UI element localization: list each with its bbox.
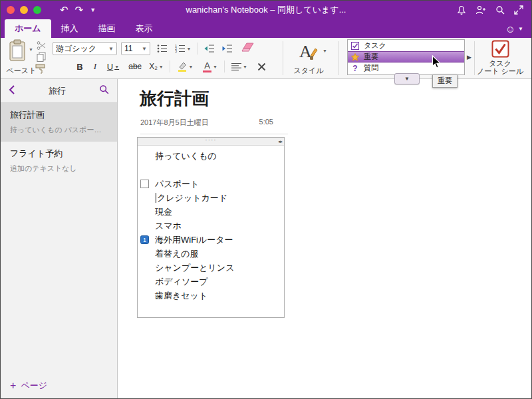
note-item-row[interactable]: ボディソープ [138, 275, 284, 289]
tab-home[interactable]: ホーム [5, 19, 51, 38]
font-size-select[interactable]: 11 ▼ [121, 42, 150, 55]
resize-arrows-icon[interactable]: ◂▸ [278, 138, 283, 146]
tab-insert-label: 挿入 [61, 23, 78, 35]
italic-button[interactable]: I [88, 60, 102, 73]
note-heading-row[interactable]: 持っていくもの [138, 149, 284, 163]
blue-note-tag-icon[interactable]: 1 [140, 235, 149, 244]
drag-handle-dots-icon: ···· [138, 136, 284, 144]
chevron-down-icon: ▼ [187, 47, 192, 51]
tab-insert[interactable]: 挿入 [51, 19, 88, 38]
add-page-label: ページ [21, 380, 47, 392]
mouse-cursor [432, 55, 442, 72]
note-item-text: ボディソープ [155, 276, 208, 288]
separator [224, 61, 225, 72]
notifications-bell-icon[interactable] [457, 5, 466, 15]
note-item-row[interactable]: 現金 [138, 205, 284, 219]
page-canvas[interactable]: 旅行計画 2017年8月5日土曜日 5:05 ···· ◂▸ 持っていくもの [118, 79, 531, 399]
eraser-icon [241, 42, 255, 53]
note-empty-row[interactable] [138, 163, 284, 177]
clipboard-icon [8, 39, 27, 62]
copy-button[interactable] [37, 52, 46, 65]
zoom-button[interactable] [33, 6, 41, 14]
tag-item-task[interactable]: タスク [348, 40, 464, 51]
question-icon: ? [351, 64, 359, 73]
format-painter-button[interactable] [35, 64, 46, 77]
bullet-list-button[interactable] [155, 42, 170, 55]
page-time: 5:05 [259, 118, 273, 128]
note-item-row[interactable]: 着替えの服 [138, 247, 284, 261]
minimize-button[interactable] [20, 6, 28, 14]
bold-button[interactable]: B [72, 60, 87, 73]
strikethrough-label: abc [128, 62, 141, 71]
tag-item-question[interactable]: ? 質問 [348, 63, 464, 74]
feedback-smiley-button[interactable]: ☺ ▼ [505, 19, 523, 38]
traffic-lights [7, 6, 41, 14]
strikethrough-button[interactable]: abc [126, 60, 144, 73]
titlebar: ↶ ↷ ▼ wanichan's Notebook – 同期しています... [1, 1, 531, 19]
subscript-button[interactable]: X₂▼ [146, 60, 167, 73]
tab-draw[interactable]: 描画 [88, 19, 126, 38]
toolbar-chevron-down-icon[interactable]: ▼ [90, 7, 96, 13]
page-title[interactable]: 旅行計画 [140, 87, 209, 110]
onenote-window: ↶ ↷ ▼ wanichan's Notebook – 同期しています... [0, 0, 532, 399]
note-item-text: パスポート [155, 178, 199, 190]
delete-button[interactable] [253, 60, 269, 73]
numbered-list-button[interactable]: 1 2 3 ▼ [172, 42, 194, 55]
share-add-person-icon[interactable] [475, 5, 486, 15]
underline-button[interactable]: U▼ [103, 60, 123, 73]
styles-chevron-down-icon[interactable]: ▼ [323, 49, 327, 53]
note-drag-handle[interactable]: ···· ◂▸ [138, 138, 284, 146]
app-body: 旅行 旅行計画 持っていくもの パスポー… フライト予約 追加のテキストなし +… [1, 79, 531, 399]
increase-indent-button[interactable] [219, 42, 235, 55]
tag-gallery-dropdown-button[interactable]: ▼ [394, 73, 420, 84]
tag-gallery: タスク 重要 ? 質問 [347, 39, 465, 75]
chevron-down-icon: ▼ [189, 65, 194, 69]
page-item-subtitle: 持っていくもの パスポー… [10, 125, 108, 135]
search-icon[interactable] [495, 5, 505, 15]
group-separator [338, 41, 339, 75]
ribbon-tabbar: ホーム 挿入 描画 表示 ☺ ▼ [1, 19, 531, 38]
note-item-row[interactable]: シャンプーとリンス [138, 261, 284, 275]
paragraph-align-button[interactable]: ▼ [228, 60, 251, 73]
note-item-row[interactable]: パスポート [138, 177, 284, 191]
decrease-indent-button[interactable] [201, 42, 217, 55]
tab-view-label: 表示 [136, 23, 153, 35]
highlight-color-button[interactable]: ▼ [174, 60, 196, 73]
note-item-row[interactable]: スマホ [138, 219, 284, 233]
page-list-sidebar: 旅行 旅行計画 持っていくもの パスポー… フライト予約 追加のテキストなし +… [1, 79, 118, 399]
highlighter-icon [177, 61, 188, 72]
paste-button[interactable] [8, 39, 27, 65]
paste-chevron-down-icon[interactable]: ▼ [29, 47, 33, 52]
note-item-row[interactable]: 1 海外用WiFiルーター [138, 233, 284, 247]
clear-formatting-button[interactable] [239, 41, 257, 54]
page-list-item-flight-booking[interactable]: フライト予約 追加のテキストなし [1, 142, 117, 180]
sidebar-header: 旅行 [1, 79, 117, 103]
tag-important-label: 重要 [364, 52, 378, 62]
close-button[interactable] [7, 6, 15, 14]
add-page-button[interactable]: + ページ [10, 380, 47, 392]
chevron-down-icon: ▼ [213, 65, 217, 69]
task-note-seal-button[interactable] [491, 40, 509, 61]
styles-button[interactable]: A [296, 40, 319, 65]
font-size-value: 11 [124, 44, 132, 53]
tab-view[interactable]: 表示 [126, 19, 163, 38]
tag-scroll-right-icon[interactable]: ▶ [467, 54, 471, 61]
note-item-row[interactable]: 歯磨きセット [138, 289, 284, 303]
titlebar-actions [457, 5, 523, 15]
tag-item-important[interactable]: 重要 [348, 51, 464, 63]
italic-label: I [94, 61, 96, 72]
font-name-select[interactable]: 游ゴシック ▼ [53, 42, 117, 55]
note-item-text: シャンプーとリンス [155, 262, 234, 274]
back-chevron-icon[interactable] [9, 84, 15, 98]
todo-checkbox[interactable] [140, 180, 149, 188]
sidebar-search-icon[interactable] [99, 84, 109, 97]
undo-icon[interactable]: ↶ [60, 4, 68, 16]
page-list-item-travel-plan[interactable]: 旅行計画 持っていくもの パスポー… [1, 103, 117, 142]
note-item-row[interactable]: クレジットカード [138, 191, 284, 205]
expand-fullscreen-icon[interactable] [514, 5, 523, 15]
note-container[interactable]: ···· ◂▸ 持っていくもの パスポート [137, 137, 285, 318]
style-a-brush-icon: A [296, 40, 319, 63]
redo-icon[interactable]: ↷ [75, 4, 84, 16]
font-color-button[interactable]: A ▼ [199, 60, 221, 73]
tag-task-label: タスク [364, 41, 386, 51]
